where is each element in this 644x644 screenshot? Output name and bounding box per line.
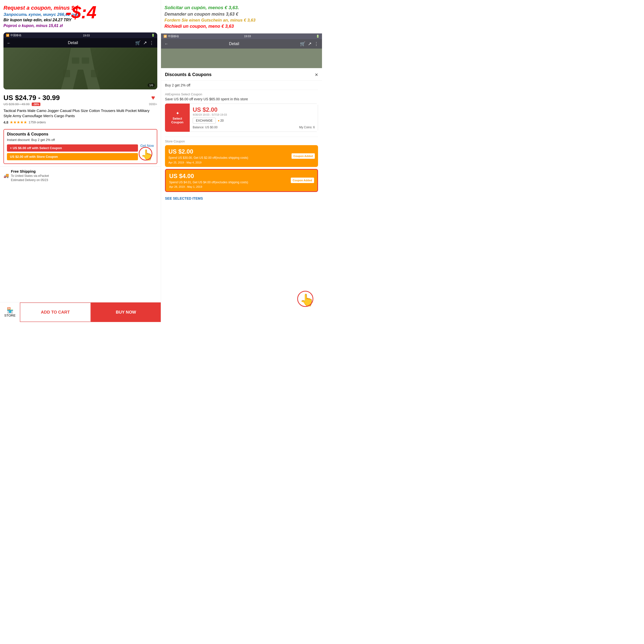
right-carrier: 中国移动 xyxy=(168,34,179,38)
aliexpress-coupon-label: AliExpress Select Coupon xyxy=(165,92,318,96)
store-button[interactable]: 🏪 STORE xyxy=(0,302,20,322)
aliexpress-coupon-desc: Save US $6.00 off every US $65.00 spent … xyxy=(165,97,318,101)
select-coupon-amount: US $2.00 xyxy=(193,106,315,113)
select-coupon-plus: ✦ xyxy=(176,111,179,116)
rating-stars: ★★★★★ xyxy=(10,120,27,125)
right-phone-mockup: 📶 中国移动 19:03 🔋 ← Detail 🛒 ↗ ⋮ xyxy=(161,33,322,68)
shipping-title: Free Shipping xyxy=(11,169,49,173)
coin-icon: ● xyxy=(218,119,219,122)
shipping-section: 🚚 Free Shipping To United States via ePa… xyxy=(0,166,161,184)
image-counter: 1/6 xyxy=(148,83,155,87)
store-label: STORE xyxy=(4,314,16,317)
rating-value: 4.8 xyxy=(3,120,8,124)
modal-header: Discounts & Coupons × xyxy=(161,68,322,81)
carrier-text: 中国移动 xyxy=(10,33,21,37)
modal-body: Buy 2 get 2% off AliExpress Select Coupo… xyxy=(161,81,322,204)
my-coins-text: My Coins: 6 xyxy=(299,126,315,129)
product-title: Tactical Pants Male Camo Jogger Casual P… xyxy=(3,108,157,118)
select-coupon-date: 4/30/19 19:03 - 5/7/19 19:03 xyxy=(193,113,315,116)
left-panel: Request a coupon, minus $4 Запросить куп… xyxy=(0,0,161,322)
exchange-button[interactable]: EXCHANGE xyxy=(193,118,216,124)
signal-icon: 📶 xyxy=(6,34,9,37)
phone-navbar: ← Detail 🛒 5 ↗ ⋮ xyxy=(3,38,157,48)
discounts-box: Discounts & Coupons Instant discount: Bu… xyxy=(3,129,157,164)
add-to-cart-button[interactable]: ADD TO CART xyxy=(20,302,91,322)
shipping-truck-icon: 🚚 xyxy=(3,173,9,178)
share-icon[interactable]: ↗ xyxy=(143,40,147,46)
store-coupon-card-1[interactable]: US $2.00 Spend US $30.00, Get US $2.00 o… xyxy=(165,145,318,167)
modal-aliexpress-section: AliExpress Select Coupon Save US $6.00 o… xyxy=(165,90,318,137)
instant-discount-text: Instant discount: Buy 2 get 2% off xyxy=(7,138,154,142)
shipping-detail1: To United States via ePacket xyxy=(11,174,49,178)
select-coupon-label: SelectCoupon xyxy=(171,117,183,124)
see-selected-link[interactable]: SEE SELECTED ITEMS xyxy=(165,194,318,201)
svg-rect-1 xyxy=(82,57,89,64)
store-icon: 🏪 xyxy=(7,307,13,314)
right-signal-icon: 📶 xyxy=(163,35,167,38)
discounts-title: Discounts & Coupons xyxy=(7,132,154,136)
product-info: US $24.79 - 30.99 US $39.99 - 49.99 -38%… xyxy=(0,91,161,127)
select-coupon-button[interactable]: + US $6.00 off with Select Coupon xyxy=(7,144,138,152)
shipping-detail2: Estimated Delivery on 05/23 xyxy=(11,178,49,182)
balance-text: Balance: US $0.00 xyxy=(193,126,217,129)
right-battery: 🔋 xyxy=(316,35,320,38)
back-arrow[interactable]: ← xyxy=(7,41,11,45)
store-coupon2-badge: Coupon Added xyxy=(291,177,314,183)
store-coupon2-date: Apr 28, 2019 - May 1, 2019 xyxy=(169,185,314,188)
pants-svg xyxy=(56,48,105,89)
right-back-arrow[interactable]: ← xyxy=(164,42,168,46)
select-coupon-right: US $2.00 4/30/19 19:03 - 5/7/19 19:03 EX… xyxy=(190,104,318,132)
main-price: US $24.79 - 30.99 xyxy=(3,94,60,102)
product-image: 1/6 xyxy=(3,48,157,89)
right-banner-line4: Richiedi un coupon, meno € 3,63 xyxy=(164,23,319,29)
wishlist-count: 9999+ xyxy=(149,103,157,106)
battery-icon: 🔋 xyxy=(151,34,155,37)
right-banner-line3: Fordern Sie einen Gutschein an, minus € … xyxy=(164,17,319,23)
modal-instant-section: Buy 2 get 2% off xyxy=(165,81,318,90)
svg-rect-2 xyxy=(63,70,70,77)
right-cart-icon[interactable]: 🛒 xyxy=(300,41,305,47)
store-coupon-label: Store Coupon xyxy=(165,139,318,143)
modal-buy-discount: Buy 2 get 2% off xyxy=(165,83,318,87)
coins-display: ● 20 xyxy=(218,119,224,122)
big-price-display: -$:4 xyxy=(66,4,96,21)
svg-rect-0 xyxy=(72,57,79,64)
discount-modal: Discounts & Coupons × Buy 2 get 2% off A… xyxy=(161,68,322,204)
phone-mockup: 📶 中国移动 19:03 🔋 ← Detail 🛒 5 ↗ ⋮ xyxy=(3,32,157,89)
modal-store-coupon-section: Store Coupon US $2.00 Spend US $30.00, G… xyxy=(165,137,318,204)
store-coupon1-badge: Coupon Added xyxy=(291,153,315,159)
right-hand-overlay: 👆 xyxy=(300,293,315,307)
navbar-title: Detail xyxy=(68,41,78,45)
bottom-action-bar: 🏪 STORE ADD TO CART BUY NOW xyxy=(0,302,161,322)
select-coupon-card: ✦ SelectCoupon US $2.00 4/30/19 19:03 - … xyxy=(165,104,318,132)
store-coupon-card-2[interactable]: US $4.00 Spend US $4.01, Get US $4.00 of… xyxy=(165,169,318,192)
more-icon[interactable]: ⋮ xyxy=(149,40,154,46)
original-price: US $39.99 - 49.99 xyxy=(3,102,30,106)
store-coupon-button[interactable]: US $2.00 off with Store Coupon xyxy=(7,153,138,160)
cart-icon[interactable]: 🛒 xyxy=(135,40,141,46)
right-banner-line2: Demander un coupon moins 3,63 € xyxy=(164,11,319,17)
right-time: 19:03 xyxy=(244,35,251,38)
svg-rect-3 xyxy=(91,70,98,77)
wishlist-heart-icon[interactable]: ♥ xyxy=(151,94,155,102)
select-coupon-left: ✦ SelectCoupon xyxy=(165,104,190,132)
right-share-icon[interactable]: ↗ xyxy=(308,41,312,47)
right-banner: Solicitar un cupón, menos € 3,63. Demand… xyxy=(161,0,322,32)
coins-count: 20 xyxy=(220,119,224,122)
right-more-icon[interactable]: ⋮ xyxy=(314,41,319,47)
phone-statusbar: 📶 中国移动 19:03 🔋 xyxy=(3,32,157,38)
discount-badge: -38% xyxy=(32,103,41,106)
right-navbar-title: Detail xyxy=(229,42,239,46)
store-coupon1-date: Apr 25, 2019 - May 4, 2019 xyxy=(168,161,315,164)
time-display: 19:03 xyxy=(83,34,90,37)
modal-title: Discounts & Coupons xyxy=(165,72,212,77)
right-panel: Solicitar un cupón, menos € 3,63. Demand… xyxy=(161,0,322,322)
orders-count: 1759 orders xyxy=(28,120,46,124)
modal-close-button[interactable]: × xyxy=(315,72,318,78)
banner-line4: Poproś o kupon, minus 15,61 zł xyxy=(3,23,157,28)
buy-now-button[interactable]: BUY NOW xyxy=(91,302,161,322)
right-banner-line1: Solicitar un cupón, menos € 3,63. xyxy=(164,4,319,11)
